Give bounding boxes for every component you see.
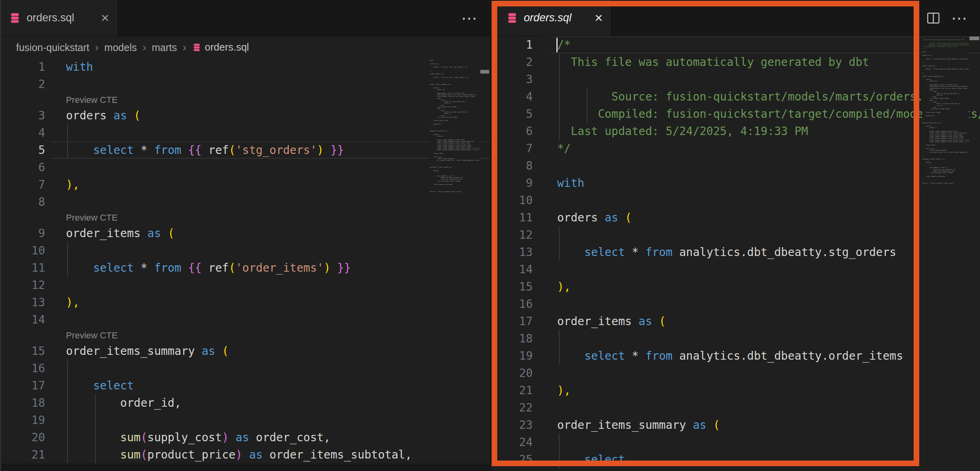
text-cursor (556, 38, 558, 52)
code-line[interactable]: 8 (492, 157, 980, 174)
line-number: 15 (492, 278, 533, 295)
code-text: /* (557, 36, 980, 53)
code-line[interactable]: 20 (492, 365, 980, 382)
indent-guide (559, 53, 560, 71)
code-line[interactable]: 24 (492, 434, 980, 451)
breadcrumb-file[interactable]: orders.sql (205, 41, 249, 53)
code-line[interactable]: 8 (0, 193, 490, 211)
code-line[interactable]: 12 (0, 276, 490, 294)
minimap[interactable]: with orders as ( select * from {{ ref('s… (430, 59, 480, 463)
code-line[interactable]: 14 (492, 261, 980, 278)
code-text: with (66, 58, 490, 76)
code-text: ), (557, 278, 980, 295)
breadcrumb-item[interactable]: fusion-quickstart (16, 42, 89, 53)
breadcrumb-path[interactable]: fusion-quickstart›models›marts› (16, 41, 192, 54)
more-actions-icon[interactable]: ⋯ (461, 10, 478, 26)
code-line[interactable]: 17order_items as ( (492, 313, 980, 330)
code-line[interactable]: 13 select * from analytics.dbt_dbeatty.s… (492, 244, 980, 261)
code-line[interactable]: 25 select (492, 451, 980, 468)
split-editor-icon[interactable] (926, 11, 941, 25)
code-line[interactable]: 7*/ (492, 140, 980, 157)
code-line[interactable]: 4 Source: fusion-quickstart/models/marts… (492, 88, 980, 105)
database-icon (10, 12, 20, 24)
scrollbar[interactable] (480, 58, 490, 463)
line-number: 8 (492, 157, 533, 174)
breadcrumb[interactable]: fusion-quickstart›models›marts› orders.s… (0, 36, 490, 58)
line-number: 2 (492, 53, 533, 71)
code-line[interactable]: 10 (0, 242, 490, 259)
code-line[interactable]: 5 Compiled: fusion-quickstart/target/com… (492, 105, 980, 123)
line-number: 17 (0, 377, 45, 394)
scrollbar[interactable] (969, 36, 980, 471)
code-line[interactable]: 12 (492, 226, 980, 244)
codelens-preview-cte[interactable]: Preview CTE (0, 211, 490, 225)
line-number: 20 (492, 365, 533, 382)
code-line[interactable]: 1with (0, 58, 490, 76)
code-line[interactable]: 15order_items_summary as ( (0, 342, 490, 360)
code-line[interactable]: 6 (0, 159, 490, 176)
indent-guide (67, 446, 68, 463)
editor-group-right: orders.sql ✕ ⋯ 1/*2 This file was automa… (492, 0, 980, 471)
code-line[interactable]: 13), (0, 294, 490, 311)
code-line[interactable]: 16 (492, 295, 980, 313)
line-number: 1 (492, 36, 533, 53)
close-tab-icon[interactable]: ✕ (101, 13, 109, 23)
code-line[interactable]: 9with (492, 174, 980, 192)
line-number: 23 (492, 416, 533, 434)
code-line[interactable]: 11 select * from {{ ref('order_items') }… (0, 259, 490, 276)
source-editor[interactable]: 1with2Preview CTE3orders as (45 select *… (0, 58, 490, 463)
code-line[interactable]: 16 (0, 360, 490, 377)
code-line[interactable]: 3 (492, 71, 980, 88)
code-line[interactable]: 3orders as ( (0, 107, 490, 124)
code-line[interactable]: 2 This file was automatically generated … (492, 53, 980, 71)
line-number: 16 (492, 295, 533, 313)
indent-guide (67, 377, 68, 394)
tab-orders-sql-preview[interactable]: orders.sql ✕ (497, 0, 611, 36)
code-line[interactable]: 6 Last updated: 5/24/2025, 4:19:33 PM (492, 123, 980, 140)
editor-actions-right: ⋯ (926, 0, 980, 36)
line-number: 13 (0, 294, 45, 311)
code-line[interactable]: 19 select * from analytics.dbt_dbeatty.o… (492, 347, 980, 365)
code-text: order_items as ( (66, 225, 490, 242)
code-text: order_id, (66, 394, 490, 412)
code-line[interactable]: 5 select * from {{ ref('stg_orders') }} (0, 141, 490, 159)
indent-guide (559, 244, 560, 261)
code-line[interactable]: 1/* (492, 36, 980, 53)
code-line[interactable]: 17 select (0, 377, 490, 394)
close-tab-icon[interactable]: ✕ (594, 13, 603, 23)
code-line[interactable]: 2 (0, 76, 490, 93)
codelens-preview-cte[interactable]: Preview CTE (0, 93, 490, 107)
code-line[interactable]: 19 (0, 412, 490, 429)
code-line[interactable]: 20 sum(supply_cost) as order_cost, (0, 429, 490, 446)
code-line[interactable]: 21 sum(product_price) as order_items_sub… (0, 446, 490, 463)
code-line[interactable]: 10 (492, 192, 980, 209)
compiled-preview-editor[interactable]: 1/*2 This file was automatically generat… (492, 36, 980, 471)
code-text: This file was automatically generated by… (557, 53, 980, 71)
code-text: select * from analytics.dbt_dbeatty.stg_… (557, 244, 980, 261)
indent-guide (95, 429, 96, 446)
codelens-preview-cte[interactable]: Preview CTE (0, 328, 490, 342)
code-line[interactable]: 11orders as ( (492, 209, 980, 226)
code-line[interactable]: 14 (0, 311, 490, 328)
code-text: ), (557, 382, 980, 399)
line-number: 21 (492, 382, 533, 399)
breadcrumb-item[interactable]: models (104, 42, 137, 53)
indent-guide (559, 434, 560, 451)
minimap[interactable]: /* This file was automatically generated… (922, 37, 969, 471)
tab-orders-sql-source[interactable]: orders.sql ✕ (0, 0, 118, 36)
code-text: sum(supply_cost) as order_cost, (66, 429, 490, 446)
code-line[interactable]: 22 (492, 399, 980, 416)
code-line[interactable]: 4 (0, 124, 490, 141)
indent-guide (559, 105, 560, 123)
code-line[interactable]: 9order_items as ( (0, 225, 490, 242)
code-line[interactable]: 18 (492, 330, 980, 347)
more-actions-icon[interactable]: ⋯ (951, 10, 968, 26)
breadcrumb-item[interactable]: marts (152, 42, 177, 53)
code-line[interactable]: 21), (492, 382, 980, 399)
code-line[interactable]: 7), (0, 176, 490, 193)
code-line[interactable]: 23order_items_summary as ( (492, 416, 980, 434)
tab-bar-spacer (118, 0, 461, 36)
code-line[interactable]: 15), (492, 278, 980, 295)
indent-guide (67, 360, 68, 377)
code-line[interactable]: 18 order_id, (0, 394, 490, 412)
